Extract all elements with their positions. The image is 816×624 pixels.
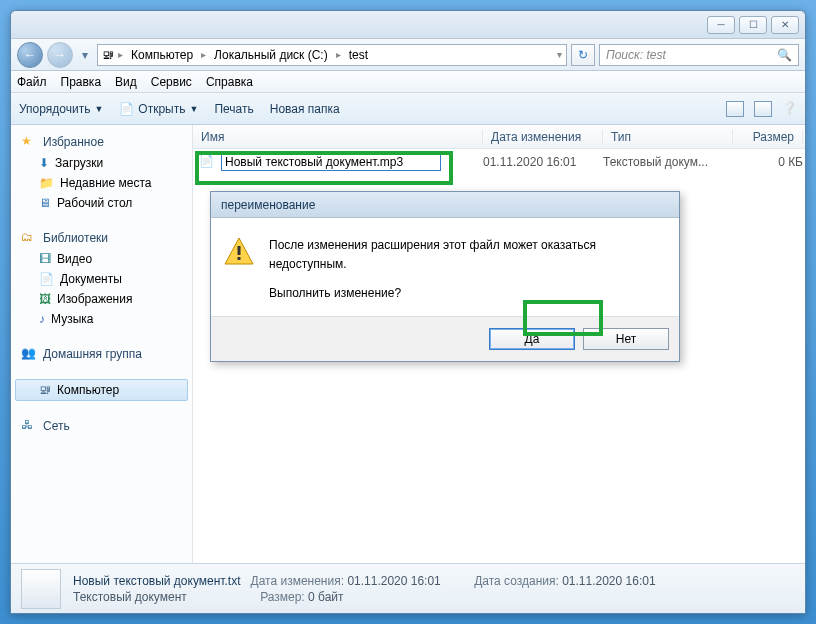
sidebar-item-label: Рабочий стол — [57, 196, 132, 210]
status-size-value: 0 байт — [308, 590, 343, 604]
search-placeholder: Поиск: test — [606, 48, 666, 62]
col-name[interactable]: Имя — [193, 130, 483, 144]
sidebar-network[interactable]: 🖧 Сеть — [11, 415, 192, 437]
folder-icon: 📁 — [39, 176, 54, 190]
dialog-message-2: Выполнить изменение? — [269, 284, 667, 303]
organize-button[interactable]: Упорядочить ▼ — [19, 102, 103, 116]
preview-pane-button[interactable] — [754, 101, 772, 117]
music-icon: ♪ — [39, 312, 45, 326]
chevron-down-icon: ▼ — [94, 104, 103, 114]
print-button[interactable]: Печать — [214, 102, 253, 116]
chevron-down-icon: ▼ — [189, 104, 198, 114]
chevron-right-icon: ▸ — [118, 49, 123, 60]
status-bar: Новый текстовый документ.txt Дата измене… — [11, 563, 805, 613]
open-button[interactable]: 📄 Открыть ▼ — [119, 102, 198, 116]
sidebar-libraries-header[interactable]: 🗂 Библиотеки — [11, 227, 192, 249]
sidebar-item-downloads[interactable]: ⬇ Загрузки — [11, 153, 192, 173]
column-headers: Имя Дата изменения Тип Размер — [193, 125, 805, 149]
file-modified: 01.11.2020 16:01 — [483, 155, 603, 169]
sidebar-item-video[interactable]: 🎞 Видео — [11, 249, 192, 269]
close-button[interactable]: ✕ — [771, 16, 799, 34]
chevron-down-icon[interactable]: ▾ — [557, 49, 562, 60]
computer-icon: 🖳 — [102, 48, 114, 62]
file-type: Текстовый докум... — [603, 155, 733, 169]
sidebar-homegroup[interactable]: 👥 Домашняя группа — [11, 343, 192, 365]
sidebar-item-label: Видео — [57, 252, 92, 266]
newfolder-label: Новая папка — [270, 102, 340, 116]
homegroup-icon: 👥 — [21, 346, 37, 362]
rename-dialog: переименование После изменения расширени… — [210, 191, 680, 362]
address-bar[interactable]: 🖳 ▸ Компьютер ▸ Локальный диск (C:) ▸ te… — [97, 44, 567, 66]
homegroup-label: Домашняя группа — [43, 347, 142, 361]
organize-label: Упорядочить — [19, 102, 90, 116]
text-file-icon: 📄 — [199, 154, 215, 170]
maximize-button[interactable]: ☐ — [739, 16, 767, 34]
refresh-icon: ↻ — [578, 48, 588, 62]
favorites-label: Избранное — [43, 135, 104, 149]
col-size[interactable]: Размер — [733, 130, 803, 144]
breadcrumb-computer[interactable]: Компьютер — [127, 46, 197, 64]
document-icon: 📄 — [39, 272, 54, 286]
yes-button[interactable]: Да — [489, 328, 575, 350]
sidebar-item-desktop[interactable]: 🖥 Рабочий стол — [11, 193, 192, 213]
help-button[interactable]: ❔ — [782, 101, 797, 117]
sidebar-item-documents[interactable]: 📄 Документы — [11, 269, 192, 289]
dialog-message-1: После изменения расширения этот файл мож… — [269, 236, 667, 274]
sidebar: ★ Избранное ⬇ Загрузки 📁 Недавние места … — [11, 125, 193, 563]
sidebar-item-label: Документы — [60, 272, 122, 286]
sidebar-item-label: Музыка — [51, 312, 93, 326]
open-label: Открыть — [138, 102, 185, 116]
download-icon: ⬇ — [39, 156, 49, 170]
menubar: Файл Правка Вид Сервис Справка — [11, 71, 805, 93]
svg-rect-1 — [238, 246, 241, 255]
desktop-icon: 🖥 — [39, 196, 51, 210]
back-button[interactable]: ← — [17, 42, 43, 68]
menu-edit[interactable]: Правка — [61, 75, 102, 89]
network-label: Сеть — [43, 419, 70, 433]
star-icon: ★ — [21, 134, 37, 150]
chevron-right-icon: ▸ — [336, 49, 341, 60]
toolbar: Упорядочить ▼ 📄 Открыть ▼ Печать Новая п… — [11, 93, 805, 125]
navbar: ← → ▾ 🖳 ▸ Компьютер ▸ Локальный диск (C:… — [11, 39, 805, 71]
col-modified[interactable]: Дата изменения — [483, 130, 603, 144]
document-icon: 📄 — [119, 102, 134, 116]
menu-file[interactable]: Файл — [17, 75, 47, 89]
minimize-button[interactable]: ─ — [707, 16, 735, 34]
newfolder-button[interactable]: Новая папка — [270, 102, 340, 116]
sidebar-computer[interactable]: 🖳 Компьютер — [15, 379, 188, 401]
sidebar-item-label: Загрузки — [55, 156, 103, 170]
sidebar-item-recent[interactable]: 📁 Недавние места — [11, 173, 192, 193]
menu-view[interactable]: Вид — [115, 75, 137, 89]
file-row[interactable]: 📄 01.11.2020 16:01 Текстовый докум... 0 … — [193, 151, 805, 173]
history-dropdown[interactable]: ▾ — [77, 45, 93, 65]
breadcrumb-folder[interactable]: test — [345, 46, 372, 64]
sidebar-item-music[interactable]: ♪ Музыка — [11, 309, 192, 329]
menu-help[interactable]: Справка — [206, 75, 253, 89]
video-icon: 🎞 — [39, 252, 51, 266]
status-subtitle: Текстовый документ — [73, 590, 187, 604]
computer-icon: 🖳 — [39, 383, 51, 397]
status-mod-value: 01.11.2020 16:01 — [347, 574, 440, 588]
network-icon: 🖧 — [21, 418, 37, 434]
breadcrumb-drive[interactable]: Локальный диск (C:) — [210, 46, 332, 64]
sidebar-item-label: Изображения — [57, 292, 132, 306]
refresh-button[interactable]: ↻ — [571, 44, 595, 66]
no-button[interactable]: Нет — [583, 328, 669, 350]
libraries-label: Библиотеки — [43, 231, 108, 245]
svg-rect-2 — [238, 257, 241, 260]
arrow-right-icon: → — [54, 48, 66, 62]
menu-tools[interactable]: Сервис — [151, 75, 192, 89]
dialog-title: переименование — [211, 192, 679, 218]
status-created-value: 01.11.2020 16:01 — [562, 574, 655, 588]
sidebar-item-label: Недавние места — [60, 176, 151, 190]
search-input[interactable]: Поиск: test 🔍 — [599, 44, 799, 66]
computer-label: Компьютер — [57, 383, 119, 397]
sidebar-favorites-header[interactable]: ★ Избранное — [11, 131, 192, 153]
filename-edit-input[interactable] — [221, 153, 441, 171]
sidebar-item-pictures[interactable]: 🖼 Изображения — [11, 289, 192, 309]
col-type[interactable]: Тип — [603, 130, 733, 144]
view-options-button[interactable] — [726, 101, 744, 117]
picture-icon: 🖼 — [39, 292, 51, 306]
forward-button[interactable]: → — [47, 42, 73, 68]
warning-icon — [223, 236, 255, 268]
